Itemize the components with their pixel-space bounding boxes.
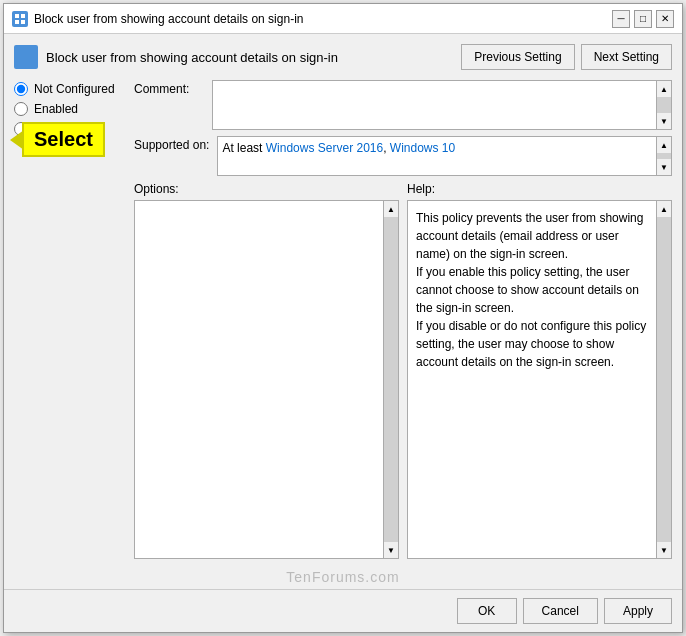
header-buttons: Previous Setting Next Setting <box>461 44 672 70</box>
supported-link-ws2016[interactable]: Windows Server 2016 <box>266 141 383 155</box>
comment-textarea[interactable] <box>212 80 656 130</box>
title-controls: ─ □ ✕ <box>612 10 674 28</box>
options-content-area: ▲ ▼ <box>134 200 399 559</box>
options-scroll-up[interactable]: ▲ <box>384 201 398 217</box>
comment-input-area: ▲ ▼ <box>212 80 672 130</box>
supported-link-win10[interactable]: Windows 10 <box>390 141 455 155</box>
radio-not-configured-label: Not Configured <box>34 82 115 96</box>
supported-section: Supported on: At least Windows Server 20… <box>134 136 672 176</box>
window-title: Block user from showing account details … <box>34 12 303 26</box>
svg-rect-2 <box>15 20 19 24</box>
supported-input-area: At least Windows Server 2016, Windows 10… <box>217 136 672 176</box>
help-content-area: This policy prevents the user from showi… <box>407 200 672 559</box>
options-content <box>134 200 383 559</box>
comment-scroll-track <box>657 97 671 113</box>
right-panel: Comment: ▲ ▼ Supported on: <box>134 80 672 559</box>
svg-rect-0 <box>15 14 19 18</box>
comment-scroll-down[interactable]: ▼ <box>657 113 671 129</box>
help-content: This policy prevents the user from showi… <box>407 200 656 559</box>
radio-enabled-label: Enabled <box>34 102 78 116</box>
options-panel: Options: ▲ ▼ <box>134 182 399 559</box>
footer: OK Cancel Apply <box>4 589 682 632</box>
next-setting-button[interactable]: Next Setting <box>581 44 672 70</box>
help-scrollbar: ▲ ▼ <box>656 200 672 559</box>
title-bar-left: Block user from showing account details … <box>12 11 303 27</box>
help-scroll-down[interactable]: ▼ <box>657 542 671 558</box>
comment-section: Comment: ▲ ▼ <box>134 80 672 130</box>
ok-button[interactable]: OK <box>457 598 517 624</box>
radio-not-configured[interactable]: Not Configured <box>14 82 126 96</box>
radio-not-configured-input[interactable] <box>14 82 28 96</box>
supported-scrollbar: ▲ ▼ <box>656 136 672 176</box>
help-header: Help: <box>407 182 672 196</box>
supported-text-pre: At least <box>222 141 265 155</box>
help-scroll-track <box>657 217 671 542</box>
supported-label: Supported on: <box>134 136 209 152</box>
content-area: Block user from showing account details … <box>4 34 682 569</box>
supported-scroll-up[interactable]: ▲ <box>657 137 671 153</box>
supported-value-box: At least Windows Server 2016, Windows 10 <box>217 136 656 176</box>
header-section: Block user from showing account details … <box>14 44 672 70</box>
header-left: Block user from showing account details … <box>14 45 338 69</box>
comment-scroll-up[interactable]: ▲ <box>657 81 671 97</box>
svg-rect-1 <box>21 14 25 18</box>
previous-setting-button[interactable]: Previous Setting <box>461 44 574 70</box>
main-window: Block user from showing account details … <box>3 3 683 633</box>
watermark: TenForums.com <box>4 569 682 589</box>
main-body: Not Configured Enabled Disabled <box>14 80 672 559</box>
options-scroll-down[interactable]: ▼ <box>384 542 398 558</box>
title-bar: Block user from showing account details … <box>4 4 682 34</box>
supported-scroll-down[interactable]: ▼ <box>657 159 671 175</box>
svg-rect-3 <box>21 20 25 24</box>
help-text-1: This policy prevents the user from showi… <box>416 209 648 263</box>
help-scroll-up[interactable]: ▲ <box>657 201 671 217</box>
apply-button[interactable]: Apply <box>604 598 672 624</box>
comment-label: Comment: <box>134 80 204 96</box>
select-callout: Select <box>22 122 105 157</box>
options-scrollbar: ▲ ▼ <box>383 200 399 559</box>
help-text-3: If you disable or do not configure this … <box>416 317 648 371</box>
help-panel: Help: This policy prevents the user from… <box>407 182 672 559</box>
radio-enabled-input[interactable] <box>14 102 28 116</box>
maximize-button[interactable]: □ <box>634 10 652 28</box>
comment-scrollbar: ▲ ▼ <box>656 80 672 130</box>
options-header: Options: <box>134 182 399 196</box>
close-button[interactable]: ✕ <box>656 10 674 28</box>
options-scroll-track <box>384 217 398 542</box>
left-panel: Not Configured Enabled Disabled <box>14 80 134 559</box>
policy-icon <box>14 45 38 69</box>
help-text-2: If you enable this policy setting, the u… <box>416 263 648 317</box>
radio-enabled[interactable]: Enabled <box>14 102 126 116</box>
minimize-button[interactable]: ─ <box>612 10 630 28</box>
window-icon <box>12 11 28 27</box>
supported-text-mid: , <box>383 141 390 155</box>
bottom-panels: Options: ▲ ▼ Help: <box>134 182 672 559</box>
policy-title: Block user from showing account details … <box>46 50 338 65</box>
cancel-button[interactable]: Cancel <box>523 598 598 624</box>
